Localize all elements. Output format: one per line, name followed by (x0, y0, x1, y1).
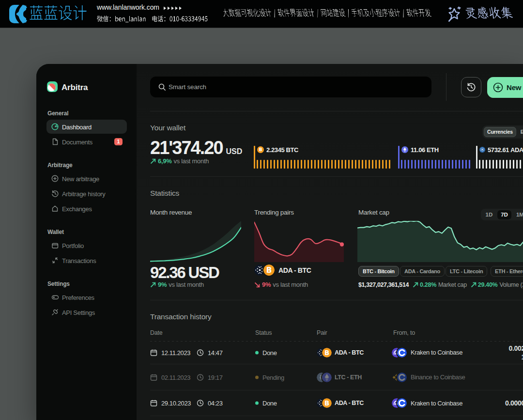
sidebar-item-transactions[interactable]: Transactions (36, 253, 137, 268)
holding-ticks (401, 160, 474, 169)
sidebar-item-label: Documents (62, 139, 92, 146)
tx-pair: BADA - BTC (317, 348, 364, 358)
lanlan-brand-text (29, 5, 94, 24)
holding-segment-ada-light: 5732.61 ADA (476, 146, 523, 169)
wallet-trend-pct: 6,9% (158, 157, 171, 165)
wallet-tab-exchanges[interactable]: Exchanges (517, 127, 523, 137)
clock-icon (197, 400, 204, 407)
sidebar-item-label: Preferences (62, 294, 94, 301)
tx-date: 02.11.2023 (150, 373, 190, 381)
holding-amount: 5732.61 ADA (488, 146, 523, 154)
statistics-title: Statistics (150, 189, 179, 198)
tx-pair: BADA - BTC (317, 398, 364, 408)
market-cap-title: Market cap (358, 209, 389, 216)
transaction-row[interactable]: 12.11.2023 14:47 Done BADA - BTC Kraken … (150, 341, 523, 364)
svg-text:B: B (266, 266, 272, 275)
sidebar-item-label: Dashboard (62, 124, 92, 131)
market-cap-chart (357, 221, 523, 262)
trend-up-icon (471, 282, 477, 288)
status-dot (255, 375, 259, 379)
tx-amounts: 0.0021 (508, 344, 523, 361)
dashboard-icon (51, 123, 59, 130)
sidebar-item-documents[interactable]: Documents 1 (36, 135, 137, 150)
tx-status: Done (255, 349, 277, 356)
spark-star-icon (446, 4, 463, 23)
sidebar-item-label: API Settings (62, 309, 95, 316)
header-divider (446, 73, 446, 101)
market-pill-ada[interactable]: ADA - Cardano (400, 266, 445, 277)
svg-text:B: B (324, 400, 329, 407)
market-cap-value: $1,327,027,361,514 (358, 281, 409, 288)
arbitra-logo-icon (47, 81, 58, 92)
tx-status: Done (255, 400, 277, 407)
sidebar-item-dashboard[interactable]: Dashboard (36, 120, 137, 135)
trend-up-icon (150, 158, 156, 164)
segment-marker (398, 146, 400, 169)
balance-currency: USD (226, 147, 243, 156)
sidebar-item-label: Exchanges (62, 205, 92, 213)
holdings-barcode: B 2.2345 BTC 11.06 ETH 5732.61 ADA (254, 146, 523, 169)
range-tab-1m[interactable]: 1M (513, 210, 523, 219)
holding-segment-eth: 11.06 ETH (398, 146, 476, 169)
col-status: Status (255, 329, 272, 336)
sidebar-item-exchanges[interactable]: Exchanges (36, 202, 137, 217)
trending-pair-label: ADA - BTC (278, 266, 311, 274)
market-pill-eth[interactable]: ETH - Ethereum (491, 266, 523, 277)
vol-trend-pct: 29.40% (478, 281, 498, 288)
range-tab-1d[interactable]: 1D (482, 210, 496, 219)
month-revenue-amount: 92.36 USD (150, 264, 219, 282)
separator (150, 176, 523, 177)
notification-badge: 1 (114, 138, 123, 145)
separator (150, 300, 523, 300)
trend-up-icon (413, 282, 418, 288)
wallet-balance: 21'374.20 USD (150, 138, 242, 158)
tx-amount: 0.0000 (505, 399, 523, 407)
transaction-row[interactable]: 02.11.2023 19:17 Pending Ł LTC - ETH Bin… (150, 364, 523, 390)
arbitra-app-window: Arbitra General Dashboard Documents 1 Ar… (36, 64, 523, 420)
transaction-row[interactable]: 29.10.2023 04:23 Done BADA - BTC Kraken … (150, 390, 523, 416)
promo-topbar: www.lanlanwork.com (0, 0, 523, 28)
sidebar-item-new-arbitrage[interactable]: New arbitrage (36, 171, 137, 187)
arrows-icon (164, 6, 183, 10)
nav-group-title: General (47, 110, 68, 117)
wallet-view-tabs: CurrenciesExchanges (482, 125, 523, 139)
tx-route: Kraken to Coinbase (392, 398, 462, 408)
sidebar-item-preferences[interactable]: Preferences (36, 290, 137, 305)
sidebar-item-portfolio[interactable]: Portfolio (36, 238, 137, 253)
sidebar-item-arbitrage-history[interactable]: Arbitrage history (36, 187, 137, 202)
nav-group-title: Wallet (47, 229, 64, 235)
history-button[interactable] (461, 77, 481, 97)
holding-segment-btc: B 2.2345 BTC (254, 146, 398, 169)
wallet-tab-currencies[interactable]: Currencies (484, 127, 516, 137)
search-bar[interactable] (150, 77, 431, 97)
holding-amount: 2.2345 BTC (266, 146, 298, 154)
holding-head: 5732.61 ADA (479, 146, 523, 154)
clock-icon (197, 373, 204, 381)
market-pill-ltc[interactable]: LTC - Litecoin (446, 266, 487, 277)
sidebar-item-api-settings[interactable]: API Settings (36, 305, 137, 320)
trending-pairs-title: Trending pairs (254, 209, 294, 216)
new-arbitrage-label: New arbitrage (507, 83, 523, 92)
app-brand: Arbitra (62, 83, 88, 93)
sidebar: Arbitra General Dashboard Documents 1 Ar… (36, 64, 137, 420)
sidebar-item-label: New arbitrage (62, 175, 99, 183)
tx-time: 19:17 (197, 373, 223, 381)
site-url[interactable]: www.lanlanwork.com (97, 3, 159, 11)
sidebar-item-label: Transactions (62, 257, 96, 264)
services-list (223, 7, 441, 19)
tx-route: Binance to Coinbase (392, 373, 465, 382)
market-pill-btc[interactable]: BTC - Bitcoin (358, 266, 399, 277)
new-arbitrage-button[interactable]: New arbitrage (487, 77, 523, 98)
btc-coin-icon: B (322, 398, 332, 408)
col-route: From, to (393, 329, 415, 336)
nav-group-title: Settings (47, 280, 70, 287)
eth-coin-icon (322, 373, 332, 382)
search-input[interactable] (169, 77, 420, 97)
btc-coin-icon: B (263, 264, 275, 276)
wallet-icon (51, 242, 59, 249)
trending-suffix: vs last month (273, 281, 308, 288)
search-icon (158, 83, 166, 91)
month-revenue-trend: 9% vs last month (150, 281, 204, 288)
holding-head: B 2.2345 BTC (257, 146, 298, 154)
range-tab-7d[interactable]: 7D (497, 210, 511, 219)
